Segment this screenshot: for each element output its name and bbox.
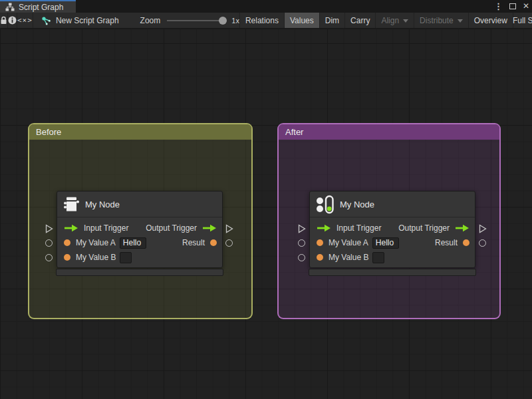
my-value-b-field[interactable]: [372, 252, 384, 263]
output-trigger-port[interactable]: Output Trigger: [146, 223, 217, 233]
my-value-a-port[interactable]: My Value A Hello: [317, 237, 399, 249]
node-before[interactable]: My Node Input Trigger Output Trigger: [57, 191, 223, 268]
tab-bar: Script Graph ⋮ ✕: [0, 0, 532, 13]
my-value-b-field[interactable]: [120, 252, 132, 263]
group-before-title: Before: [36, 127, 61, 137]
result-label: Result: [182, 238, 205, 247]
ext-trigger-out-port[interactable]: [479, 224, 487, 233]
zoom-slider[interactable]: [167, 16, 227, 25]
info-icon: [8, 16, 17, 25]
trigger-arrow-icon: [455, 224, 469, 232]
output-trigger-port[interactable]: Output Trigger: [398, 223, 469, 233]
port-row-value-b: My Value B: [57, 250, 222, 265]
my-value-a-port[interactable]: My Value A Hello: [64, 237, 146, 249]
info-button[interactable]: [8, 13, 17, 28]
value-port-icon: [210, 239, 217, 246]
node-after-footer: [309, 269, 476, 276]
overview-label: Overview: [474, 16, 507, 25]
distribute-dropdown[interactable]: Distribute: [414, 13, 468, 28]
dim-label: Dim: [325, 16, 339, 25]
values-label: Values: [290, 16, 314, 25]
tab-script-graph[interactable]: Script Graph: [0, 0, 76, 13]
zoom-label: Zoom: [140, 16, 161, 25]
result-port[interactable]: Result: [435, 238, 469, 247]
ext-value-in-port[interactable]: [298, 239, 305, 247]
ext-value-out-port[interactable]: [479, 239, 486, 247]
my-value-b-port[interactable]: My Value B: [317, 252, 384, 263]
my-value-b-port[interactable]: My Value B: [64, 252, 132, 263]
ext-value-in-port[interactable]: [45, 239, 53, 247]
node-before-footer: [56, 269, 223, 276]
code-view-button[interactable]: <×>: [17, 13, 33, 28]
trigger-arrow-icon: [202, 224, 217, 232]
output-trigger-label: Output Trigger: [146, 223, 197, 233]
trigger-arrow-icon: [317, 224, 331, 232]
trigger-arrow-icon: [64, 224, 78, 232]
port-row-value-b: My Value B: [310, 250, 475, 265]
my-value-a-label: My Value A: [76, 238, 116, 247]
ext-value-in-port[interactable]: [298, 254, 305, 261]
chevron-down-icon: [458, 19, 463, 23]
group-before-header[interactable]: Before: [29, 124, 251, 140]
port-row-trigger: Input Trigger Output Trigger: [310, 221, 475, 235]
my-value-b-label: My Value B: [329, 253, 368, 262]
window-maximize-icon[interactable]: [509, 3, 516, 9]
node-after[interactable]: My Node Input Trigger Output Trigger: [309, 191, 475, 268]
align-dropdown[interactable]: Align: [375, 13, 414, 28]
graph-name-section[interactable]: New Script Graph: [33, 13, 126, 28]
zoom-value: 1x: [231, 17, 239, 25]
tab-title: Script Graph: [19, 3, 63, 12]
script-graph-window: Script Graph ⋮ ✕ <×>: [0, 0, 532, 399]
node-before-header[interactable]: My Node: [57, 192, 222, 217]
port-row-value-a: My Value A Hello Result: [57, 235, 222, 250]
carry-button[interactable]: Carry: [344, 13, 375, 28]
input-trigger-label: Input Trigger: [84, 223, 128, 233]
values-button[interactable]: Values: [284, 13, 319, 28]
group-after-header[interactable]: After: [279, 124, 499, 140]
my-value-a-field[interactable]: Hello: [372, 237, 399, 249]
window-controls: ⋮ ✕: [494, 0, 529, 13]
relations-button[interactable]: Relations: [239, 13, 284, 28]
code-icon: <×>: [17, 16, 33, 25]
graph-name: New Script Graph: [56, 16, 119, 25]
full-screen-button[interactable]: Full Screen: [513, 13, 532, 28]
window-menu-icon[interactable]: ⋮: [494, 0, 503, 13]
ext-value-in-port[interactable]: [45, 254, 53, 261]
full-screen-label: Full Screen: [513, 16, 532, 25]
result-label: Result: [435, 238, 458, 247]
group-after-title: After: [285, 127, 303, 137]
ext-trigger-in-port[interactable]: [45, 224, 53, 233]
zoom-slider-handle[interactable]: [219, 17, 227, 25]
node-title: My Node: [340, 200, 374, 209]
distribute-label: Distribute: [420, 16, 454, 25]
ext-trigger-in-port[interactable]: [298, 224, 306, 233]
value-port-icon: [317, 254, 323, 261]
ext-value-out-port[interactable]: [225, 239, 233, 247]
chevron-down-icon: [403, 19, 408, 23]
overview-button[interactable]: Overview: [468, 13, 513, 28]
carry-label: Carry: [350, 16, 370, 25]
window-close-icon[interactable]: ✕: [523, 0, 529, 13]
my-value-a-label: My Value A: [329, 238, 368, 247]
input-trigger-port[interactable]: Input Trigger: [64, 223, 128, 233]
relations-label: Relations: [245, 16, 279, 25]
ext-trigger-out-port[interactable]: [225, 224, 233, 233]
node-toggle-icon: [316, 194, 334, 214]
result-port[interactable]: Result: [182, 238, 217, 247]
node-before-ports: Input Trigger Output Trigger My Value A: [57, 217, 222, 267]
lock-button[interactable]: [0, 13, 8, 28]
zoom-slider-track: [167, 20, 227, 21]
node-after-header[interactable]: My Node: [310, 192, 475, 217]
my-value-a-field[interactable]: Hello: [120, 237, 146, 249]
my-value-b-label: My Value B: [76, 253, 116, 262]
dim-button[interactable]: Dim: [319, 13, 344, 28]
align-label: Align: [381, 16, 399, 25]
zoom-control: Zoom 1x: [140, 13, 239, 28]
value-port-icon: [463, 239, 469, 246]
input-trigger-port[interactable]: Input Trigger: [317, 223, 381, 233]
value-port-icon: [64, 239, 70, 246]
input-trigger-label: Input Trigger: [336, 223, 381, 233]
new-graph-icon: [41, 16, 51, 25]
node-title: My Node: [85, 200, 120, 209]
graph-canvas[interactable]: Before After My Node: [0, 29, 532, 399]
